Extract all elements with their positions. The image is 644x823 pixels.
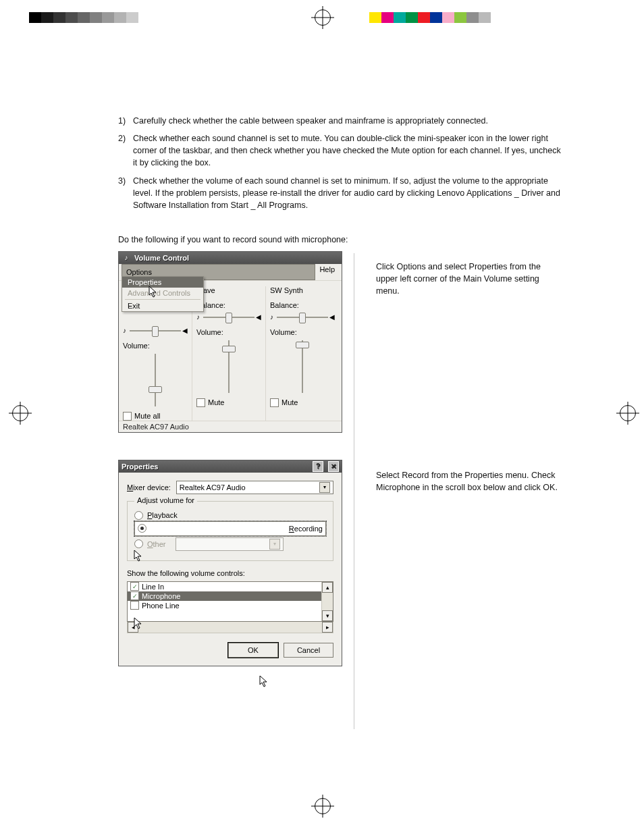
menu-item-exit[interactable]: Exit [122,300,203,311]
balance-slider[interactable]: ♪◀ [270,311,335,324]
menu-item-advanced[interactable]: Advanced Controls [122,288,203,298]
registration-mark-top [315,9,331,26]
mixer-select[interactable]: Realtek AC97 Audio ▾ [176,481,333,494]
steps-list: 1)Carefully check whether the cable betw… [118,115,563,211]
titlebar[interactable]: ♪ Volume Control [119,252,342,264]
properties-dialog: Properties ? ✕ Mixer device: Realtek AC9… [118,460,342,666]
caption-1: Click Options and select Properties from… [376,251,563,297]
registration-mark-bottom [315,798,331,814]
adjust-volume-group: Adjust volume for Playback Recording Oth… [127,501,333,561]
checkbox-microphone[interactable]: ✓ [130,591,139,600]
balance-slider[interactable]: ♪◀ [196,311,261,324]
cancel-button[interactable]: Cancel [284,643,333,658]
mixer-label: Mixer device: [127,483,171,492]
mute-checkbox[interactable] [270,398,279,407]
step-2: 2)Check whether each sound channel is se… [118,132,563,169]
volume-slider[interactable] [123,354,188,406]
scrollbar-horizontal[interactable]: ◂▸ [127,622,333,633]
grayscale-bar [29,12,151,23]
scroll-up-icon: ▴ [322,582,333,593]
chevron-down-icon[interactable]: ▾ [319,482,330,493]
app-icon: ♪ [122,253,131,263]
cursor-icon [259,675,269,687]
options-dropdown: Properties Advanced Controls Exit [122,276,204,312]
close-button[interactable]: ✕ [328,461,339,472]
balance-slider[interactable]: ♪◀ [123,324,188,338]
mute-checkbox[interactable] [196,398,205,407]
cursor-icon [149,286,158,298]
menu-item-properties[interactable]: Properties [122,277,203,288]
cursor-icon [134,550,143,562]
registration-mark-right [620,405,636,421]
lead-text: Do the following if you want to record s… [118,235,563,244]
menu-help[interactable]: Help [315,264,339,280]
color-bar [369,12,491,23]
titlebar[interactable]: Properties ? ✕ [119,460,342,473]
window-title: Properties [122,462,158,471]
window-title: Volume Control [134,254,189,262]
scroll-down-icon: ▾ [322,610,333,621]
radio-other: Other ▾ [134,537,326,551]
caption-2: Select Record from the Properties menu. … [376,460,563,494]
step-3: 3)Check whether the volume of each sound… [118,175,563,211]
volume-slider[interactable] [270,340,335,393]
cursor-icon [134,617,143,629]
scroll-right-icon: ▸ [322,622,333,633]
status-bar: Realtek AC97 Audio [119,421,342,432]
registration-mark-left [12,405,28,421]
scrollbar-vertical[interactable]: ▴▾ [321,582,333,621]
volume-control-window: ♪ Volume Control Options Help Properties… [118,251,342,433]
crop-mark [7,32,24,50]
volume-slider[interactable] [196,340,261,393]
radio-recording[interactable]: Recording [134,521,326,536]
controls-listbox[interactable]: ✓Line In ✓Microphone Phone Line ▴▾ [127,581,333,622]
help-button[interactable]: ? [313,461,323,472]
checkbox-phoneline[interactable] [130,601,139,610]
mute-all-checkbox[interactable] [123,412,132,421]
radio-playback[interactable]: Playback [134,511,326,520]
checkbox-linein[interactable]: ✓ [130,582,139,591]
other-select: ▾ [176,537,284,551]
ok-button[interactable]: OK [228,643,278,658]
step-1: 1)Carefully check whether the cable betw… [118,115,563,127]
channel-swsynth: SW Synth Balance: ♪◀ Volume: Mute [266,286,339,421]
show-controls-label: Show the following volume controls: [127,569,333,577]
